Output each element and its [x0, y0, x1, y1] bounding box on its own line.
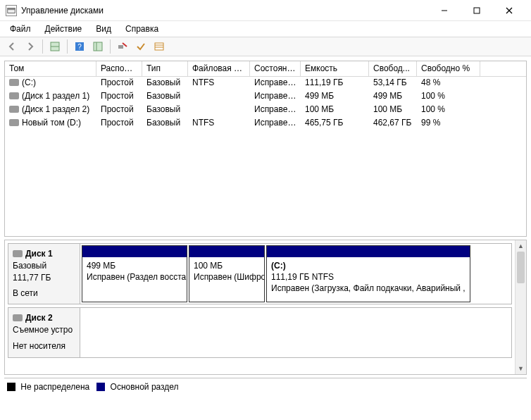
partition[interactable]: 499 МБИсправен (Раздел восста	[82, 245, 187, 302]
volume-freepct: 48 %	[417, 77, 480, 90]
toolbar: ?	[0, 37, 531, 56]
menu-help[interactable]: Справка	[120, 23, 164, 35]
volume-fs: NTFS	[188, 77, 250, 90]
window-title: Управление дисками	[21, 6, 104, 16]
col-fs[interactable]: Файловая с...	[188, 61, 250, 77]
volume-fs	[188, 104, 250, 117]
close-button[interactable]	[493, 0, 525, 21]
svg-rect-12	[118, 45, 123, 49]
disk-status: Нет носителя	[13, 340, 75, 352]
volume-type: Базовый	[142, 117, 188, 130]
volume-row[interactable]: Новый том (D:)ПростойБазовыйNTFSИсправен…	[5, 117, 526, 130]
col-freepct[interactable]: Свободно %	[417, 61, 480, 77]
disk-status: В сети	[13, 288, 75, 299]
svg-rect-1	[8, 8, 15, 10]
volume-freepct: 100 %	[417, 104, 480, 117]
settings-button[interactable]	[89, 39, 106, 54]
volume-layout: Простой	[96, 104, 142, 117]
col-capacity[interactable]: Емкость	[301, 61, 369, 77]
volume-fs: NTFS	[188, 117, 250, 130]
swatch-unallocated-icon	[7, 383, 15, 391]
volume-icon	[9, 119, 19, 126]
volume-freepct: 100 %	[417, 90, 480, 104]
disk-partitions: 499 МБИсправен (Раздел восста100 МБИспра…	[80, 244, 511, 304]
volume-type: Базовый	[142, 77, 188, 90]
partition-status: Исправен (Загрузка, Файл подкачки, Авари…	[271, 283, 466, 294]
svg-rect-3	[474, 8, 480, 13]
action-button[interactable]	[114, 39, 131, 54]
volume-layout: Простой	[96, 117, 142, 130]
disk-name: Диск 2	[25, 313, 53, 323]
legend-unallocated-label: Не распределена	[20, 382, 89, 392]
maximize-button[interactable]	[461, 0, 493, 21]
partition-size: 100 МБ	[194, 260, 260, 271]
volume-row[interactable]: (C:)ПростойБазовыйNTFSИсправен...111,19 …	[5, 77, 526, 90]
main-area: Том Располо... Тип Файловая с... Состоян…	[0, 56, 531, 395]
minimize-button[interactable]	[428, 0, 461, 21]
partition[interactable]: 100 МБИсправен (Шифро	[189, 245, 265, 302]
partition-status: Исправен (Шифро	[194, 271, 260, 283]
volume-row[interactable]: (Диск 1 раздел 1)ПростойБазовыйИсправен.…	[5, 90, 526, 104]
disk-block: Диск 1Базовый111,77 ГБВ сети499 МБИсправ…	[8, 243, 512, 304]
volume-name: (C:)	[22, 78, 36, 87]
scroll-down-icon[interactable]: ▼	[516, 363, 526, 374]
volume-status: Исправен...	[250, 90, 301, 104]
col-layout[interactable]: Располо...	[96, 61, 142, 77]
app-icon	[6, 5, 17, 16]
swatch-primary-icon	[96, 383, 105, 391]
volume-icon	[9, 79, 19, 86]
scrollbar-vertical[interactable]: ▲ ▼	[515, 240, 526, 374]
col-volume[interactable]: Том	[5, 61, 96, 77]
volume-capacity: 111,19 ГБ	[301, 77, 369, 90]
legend-unallocated: Не распределена	[7, 382, 89, 392]
svg-rect-10	[94, 42, 102, 51]
col-type[interactable]: Тип	[142, 61, 188, 77]
disk-info[interactable]: Диск 1Базовый111,77 ГБВ сети	[8, 244, 80, 304]
back-button[interactable]	[4, 39, 20, 54]
menu-action[interactable]: Действие	[39, 23, 88, 35]
partition-stripe	[267, 246, 470, 257]
list-view-button[interactable]	[151, 39, 168, 54]
statusbar	[0, 395, 531, 403]
volume-free: 499 МБ	[369, 90, 417, 104]
volume-list[interactable]: Том Располо... Тип Файловая с... Состоян…	[4, 61, 527, 237]
partition-status: Исправен (Раздел восста	[87, 271, 182, 283]
volume-status: Исправен...	[250, 117, 301, 130]
check-button[interactable]	[132, 39, 149, 54]
show-hide-tree-button[interactable]	[46, 39, 63, 54]
volume-icon	[9, 106, 19, 113]
svg-text:?: ?	[77, 43, 82, 51]
volume-name: (Диск 1 раздел 1)	[22, 91, 89, 101]
volume-layout: Простой	[96, 77, 142, 90]
menubar: Файл Действие Вид Справка	[0, 21, 531, 37]
volume-type: Базовый	[142, 104, 188, 117]
volume-free: 53,14 ГБ	[369, 77, 417, 90]
volume-freepct: 99 %	[417, 117, 480, 130]
menu-file[interactable]: Файл	[4, 23, 37, 35]
disk-capacity: 111,77 ГБ	[13, 272, 75, 284]
volume-list-header: Том Располо... Тип Файловая с... Состоян…	[5, 61, 526, 77]
volume-name: Новый том (D:)	[22, 118, 81, 128]
menu-view[interactable]: Вид	[90, 23, 117, 35]
disk-icon	[13, 250, 23, 257]
disk-graphical-view: Диск 1Базовый111,77 ГБВ сети499 МБИсправ…	[4, 240, 527, 375]
scroll-up-icon[interactable]: ▲	[516, 240, 526, 252]
help-button[interactable]: ?	[71, 39, 88, 54]
disk-block: Диск 2Съемное устроНет носителя	[8, 307, 512, 358]
volume-row[interactable]: (Диск 1 раздел 2)ПростойБазовыйИсправен.…	[5, 104, 526, 117]
partition-size: 111,19 ГБ NTFS	[271, 271, 466, 283]
col-free[interactable]: Свобод...	[369, 61, 417, 77]
partition-size: 499 МБ	[87, 260, 182, 271]
forward-button[interactable]	[22, 39, 39, 54]
scroll-thumb[interactable]	[517, 252, 525, 283]
volume-free: 462,67 ГБ	[369, 117, 417, 130]
volume-name: (Диск 1 раздел 2)	[22, 104, 89, 114]
disk-info[interactable]: Диск 2Съемное устроНет носителя	[8, 308, 80, 357]
titlebar: Управление дисками	[0, 0, 531, 21]
volume-capacity: 465,75 ГБ	[301, 117, 369, 130]
legend-primary: Основной раздел	[96, 382, 178, 392]
col-status[interactable]: Состояние	[250, 61, 301, 77]
disk-type: Съемное устро	[13, 324, 75, 336]
volume-fs	[188, 90, 250, 104]
partition[interactable]: (C:)111,19 ГБ NTFSИсправен (Загрузка, Фа…	[266, 245, 470, 302]
